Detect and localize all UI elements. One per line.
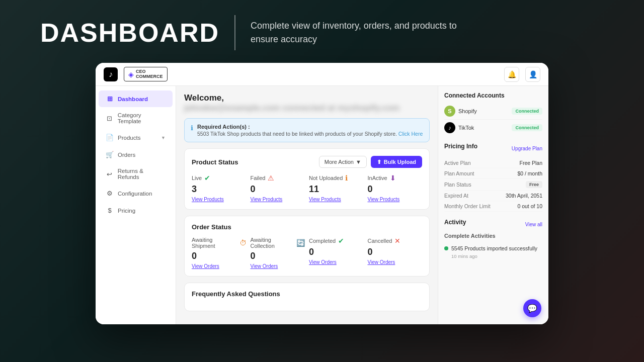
awaiting-shipment-name: Awaiting Shipment <box>192 237 237 249</box>
status-inactive-name: InActive <box>368 175 387 181</box>
completed-count: 0 <box>309 247 364 257</box>
cancelled-name: Cancelled <box>368 238 392 244</box>
sidebar-item-returns[interactable]: ↩ Returns & Refunds <box>99 163 173 185</box>
right-panel: Connected Accounts S Shopify Connected ♪… <box>438 86 548 324</box>
activity-item: 5545 Products imported successfully 10 m… <box>444 242 542 262</box>
cancelled-count: 0 <box>368 247 423 257</box>
view-all-link[interactable]: View all <box>525 222 542 227</box>
view-awaiting-shipment-link[interactable]: View Orders <box>192 263 247 269</box>
shopify-status-badge: Connected <box>512 108 542 115</box>
status-failed-name: Failed <box>251 175 266 181</box>
view-awaiting-collection-link[interactable]: View Orders <box>251 263 305 269</box>
sidebar-item-dashboard[interactable]: ⊞ Dashboard <box>99 90 173 107</box>
plan-amount-value: $0 / month <box>517 170 542 176</box>
chat-button[interactable]: 💬 <box>523 299 541 317</box>
notification-button[interactable]: 🔔 <box>504 67 519 82</box>
complete-activities-label: Complete Activities <box>444 233 542 239</box>
status-not-uploaded-header: Not Uploaded ℹ <box>309 174 364 182</box>
view-not-uploaded-products-link[interactable]: View Products <box>309 197 364 202</box>
product-status-grid: Live ✔ 3 View Products Failed ⚠ 0 <box>192 174 422 202</box>
tiktok-status-badge: Connected <box>512 124 542 131</box>
sidebar-label-category: Category Template <box>118 112 166 124</box>
sidebar-label-returns: Returns & Refunds <box>118 168 166 180</box>
products-icon: 📄 <box>106 134 114 141</box>
active-plan-label: Active Plan <box>444 160 471 166</box>
monthly-order-value: 0 out of 10 <box>517 203 542 209</box>
awaiting-collection-count: 0 <box>251 251 305 261</box>
sidebar-item-products[interactable]: 📄 Products ▼ <box>99 129 173 146</box>
sidebar-item-orders[interactable]: 🛒 Orders <box>99 146 173 163</box>
sidebar-item-category-template[interactable]: ⊡ Category Template <box>99 108 173 129</box>
tiktok-icon: ♪ <box>444 122 455 133</box>
order-status-title: Order Status <box>192 223 231 231</box>
view-completed-link[interactable]: View Orders <box>309 259 364 265</box>
activity-section: Activity View all Complete Activities 55… <box>444 219 542 262</box>
view-cancelled-link[interactable]: View Orders <box>368 259 423 265</box>
banner: DASHBOARD Complete view of inventory, or… <box>0 0 644 60</box>
product-status-header: Product Status More Action ▼ ⬆ Bulk Uplo… <box>192 156 422 168</box>
pricing-info-header: Pricing Info Upgrade Plan <box>444 143 542 154</box>
shopify-name: Shopify <box>458 108 477 114</box>
more-action-button[interactable]: More Action ▼ <box>319 156 367 168</box>
activity-text: 5545 Products imported successfully <box>451 245 537 252</box>
status-failed-header: Failed ⚠ <box>251 174 305 182</box>
brand-logo: ◈ CEO COMMERCE <box>124 67 168 82</box>
returns-icon: ↩ <box>106 170 114 178</box>
sidebar-label-orders: Orders <box>118 152 135 158</box>
brand-name: CEO COMMERCE <box>136 69 163 79</box>
banner-subtitle: Complete view of inventory, orders, and … <box>251 19 462 46</box>
alert-link[interactable]: Click Here <box>398 131 423 137</box>
view-failed-products-link[interactable]: View Products <box>251 197 305 202</box>
config-icon: ⚙ <box>106 190 114 197</box>
product-status-card: Product Status More Action ▼ ⬆ Bulk Uplo… <box>184 148 430 210</box>
category-icon: ⊡ <box>106 115 114 122</box>
welcome-user: johndoe@example.com connected at myshopi… <box>184 103 399 113</box>
upload-icon: ⬆ <box>377 159 381 165</box>
status-not-uploaded-name: Not Uploaded <box>309 175 343 181</box>
pricing-expired-at: Expired At 30th April, 2051 <box>444 191 542 201</box>
pricing-monthly-order-limit: Monthly Order Limit 0 out of 10 <box>444 201 542 212</box>
alert-description: 5503 TikTok Shop products that need to b… <box>197 131 423 137</box>
app-window: ♪ ◈ CEO COMMERCE 🔔 👤 ⊞ Dash <box>96 63 548 324</box>
alert-desc-text: 5503 TikTok Shop products that need to b… <box>197 131 397 137</box>
brand-diamond-icon: ◈ <box>128 70 134 78</box>
sidebar-label-config: Configuration <box>118 191 152 197</box>
bulk-upload-button[interactable]: ⬆ Bulk Upload <box>371 156 422 168</box>
faq-card: Frequently Asked Questions <box>184 283 430 311</box>
brand-name-line2: COMMERCE <box>136 74 163 79</box>
activity-time: 10 mins ago <box>451 253 537 259</box>
view-live-products-link[interactable]: View Products <box>192 197 247 202</box>
sidebar-item-configuration[interactable]: ⚙ Configuration <box>99 185 173 202</box>
tiktok-logo: ♪ <box>104 67 118 81</box>
status-inactive-header: InActive ⬇ <box>368 174 423 182</box>
sidebar-item-pricing[interactable]: $ Pricing <box>99 202 173 219</box>
status-failed: Failed ⚠ 0 View Products <box>251 174 305 202</box>
sidebar-label-dashboard: Dashboard <box>118 96 148 102</box>
view-inactive-products-link[interactable]: View Products <box>368 197 423 202</box>
topbar: ♪ ◈ CEO COMMERCE 🔔 👤 <box>96 63 548 86</box>
info-icon: ℹ <box>191 124 193 132</box>
user-button[interactable]: 👤 <box>525 67 540 82</box>
inactive-icon: ⬇ <box>390 174 396 182</box>
status-completed: Completed ✔ 0 View Orders <box>309 237 364 269</box>
banner-title: DASHBOARD <box>40 18 219 48</box>
chevron-down-icon: ▼ <box>161 135 166 140</box>
tiktok-name: TikTok <box>458 125 474 131</box>
sidebar-label-pricing: Pricing <box>118 208 135 214</box>
live-icon: ✔ <box>204 174 210 182</box>
app-window-wrapper: ♪ ◈ CEO COMMERCE 🔔 👤 ⊞ Dash <box>96 60 548 324</box>
shopify-account: S Shopify <box>444 106 477 117</box>
pricing-info-title: Pricing Info <box>444 143 477 150</box>
monthly-order-label: Monthly Order Limit <box>444 203 491 209</box>
tiktok-account: ♪ TikTok <box>444 122 474 133</box>
alert-content: Required Action(s) : 5503 TikTok Shop pr… <box>197 124 423 137</box>
connected-accounts-section: Connected Accounts S Shopify Connected ♪… <box>444 92 542 136</box>
order-status-card: Order Status Awaiting Shipment ⏱ 0 View … <box>184 216 430 277</box>
upgrade-plan-link[interactable]: Upgrade Plan <box>512 146 542 151</box>
status-cancelled: Cancelled ✕ 0 View Orders <box>368 237 423 269</box>
awaiting-shipment-count: 0 <box>192 251 247 261</box>
dashboard-icon: ⊞ <box>106 95 114 103</box>
awaiting-collection-icon: 🔄 <box>296 239 305 247</box>
failed-icon: ⚠ <box>268 174 274 182</box>
not-uploaded-icon: ℹ <box>345 174 348 182</box>
